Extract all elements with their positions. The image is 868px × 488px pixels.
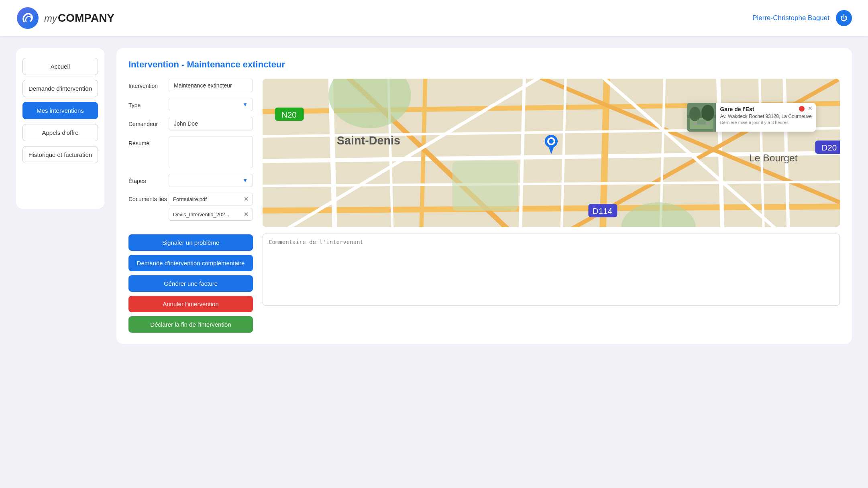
- svg-point-42: [549, 139, 554, 144]
- form-column: Intervention Type ▼ Demandeur: [128, 79, 253, 333]
- type-select[interactable]: ▼: [169, 98, 253, 111]
- intervention-input[interactable]: [169, 79, 253, 92]
- map-popup-image: [687, 103, 716, 132]
- etapes-select[interactable]: ▼: [169, 174, 253, 187]
- document-tag-1: Devis_Interventio_202... ✕: [169, 208, 253, 221]
- svg-text:Le Bourget: Le Bourget: [749, 152, 798, 163]
- resume-textarea[interactable]: [169, 136, 253, 168]
- svg-text:Saint-Denis: Saint-Denis: [337, 134, 400, 147]
- svg-point-47: [689, 107, 701, 121]
- header-right: Pierre-Christophe Baguet ⏻: [752, 10, 852, 26]
- content-card: Intervention - Maintenance extincteur In…: [116, 48, 852, 344]
- username: Pierre-Christophe Baguet: [752, 14, 829, 22]
- svg-marker-43: [548, 145, 554, 154]
- signaler-probleme-button[interactable]: Signaler un problème: [128, 234, 253, 251]
- demandeur-label: Demandeur: [128, 117, 169, 127]
- map-popup-status-dot: [799, 106, 805, 112]
- document-name-1: Devis_Interventio_202...: [173, 211, 229, 218]
- documents-label: Documents liés: [128, 193, 169, 202]
- main-layout: Accueil Demande d'intervention Mes inter…: [0, 36, 868, 356]
- form-group-documents: Documents liés Formulaire.pdf ✕ Devis_In…: [128, 193, 253, 221]
- generer-facture-button[interactable]: Générer une facture: [128, 275, 253, 292]
- map-popup-time: Dernière mise à jour il y a 3 heures: [720, 120, 812, 125]
- power-button[interactable]: ⏻: [836, 10, 852, 26]
- form-group-demandeur: Demandeur: [128, 117, 253, 130]
- svg-point-48: [701, 105, 714, 121]
- sidebar-item-historique-facturation[interactable]: Historique et facturation: [22, 146, 98, 163]
- sidebar-item-accueil[interactable]: Accueil: [22, 58, 98, 75]
- form-group-intervention: Intervention: [128, 79, 253, 92]
- demande-complementaire-button[interactable]: Demande d'intervention complémentaire: [128, 255, 253, 271]
- svg-text:D114: D114: [593, 206, 612, 216]
- svg-point-0: [17, 7, 39, 29]
- svg-text:N20: N20: [281, 110, 297, 119]
- etapes-label: Étapes: [128, 174, 169, 184]
- svg-rect-50: [697, 120, 706, 124]
- logo: my COMPANY: [16, 6, 114, 30]
- logo-icon: [16, 6, 39, 30]
- content-body: Intervention Type ▼ Demandeur: [128, 79, 840, 333]
- action-buttons: Signaler un problème Demande d'intervent…: [128, 234, 253, 333]
- document-tag-0: Formulaire.pdf ✕: [169, 193, 253, 205]
- sidebar: Accueil Demande d'intervention Mes inter…: [16, 48, 104, 209]
- documents-container: Formulaire.pdf ✕ Devis_Interventio_202..…: [169, 193, 253, 221]
- sidebar-item-demande-intervention[interactable]: Demande d'intervention: [22, 80, 98, 97]
- map-popup-address: Av. Wakdeck Rochet 93120, La Courneuve: [720, 114, 812, 119]
- form-group-resume: Résumé: [128, 136, 253, 168]
- logo-my: my: [44, 13, 57, 24]
- map-container[interactable]: Saint-Denis La Courneuve Le Bourget N20 …: [263, 79, 840, 227]
- demandeur-input[interactable]: [169, 117, 253, 130]
- svg-text:D20: D20: [821, 143, 837, 152]
- chevron-down-icon-etapes: ▼: [242, 177, 248, 183]
- document-remove-1[interactable]: ✕: [244, 211, 249, 218]
- resume-label: Résumé: [128, 136, 169, 146]
- form-group-etapes: Étapes ▼: [128, 174, 253, 187]
- chevron-down-icon: ▼: [242, 102, 248, 108]
- map-popup-title: Gare de l'Est: [720, 106, 812, 112]
- svg-rect-27: [452, 161, 518, 211]
- sidebar-item-mes-interventions[interactable]: Mes interventions: [22, 102, 98, 119]
- power-icon: ⏻: [840, 14, 848, 22]
- form-group-type: Type ▼: [128, 98, 253, 111]
- logo-text: my COMPANY: [44, 12, 114, 24]
- map-popup: Gare de l'Est Av. Wakdeck Rochet 93120, …: [687, 103, 816, 132]
- intervention-label: Intervention: [128, 79, 169, 89]
- comment-textarea[interactable]: [263, 234, 840, 306]
- annuler-intervention-button[interactable]: Annuler l'intervention: [128, 296, 253, 312]
- sidebar-item-appels-offre[interactable]: Appels d'offre: [22, 124, 98, 141]
- map-pin: [544, 134, 558, 156]
- type-label: Type: [128, 98, 169, 108]
- map-column: Saint-Denis La Courneuve Le Bourget N20 …: [263, 79, 840, 333]
- header: my COMPANY Pierre-Christophe Baguet ⏻: [0, 0, 868, 36]
- map-popup-info: Gare de l'Est Av. Wakdeck Rochet 93120, …: [716, 103, 816, 132]
- page-title: Intervention - Maintenance extincteur: [128, 59, 840, 70]
- map-popup-close-button[interactable]: ✕: [808, 105, 813, 112]
- document-remove-0[interactable]: ✕: [244, 196, 249, 202]
- document-name-0: Formulaire.pdf: [173, 196, 207, 202]
- declarer-fin-button[interactable]: Déclarer la fin de l'intervention: [128, 316, 253, 333]
- logo-company: COMPANY: [58, 12, 114, 24]
